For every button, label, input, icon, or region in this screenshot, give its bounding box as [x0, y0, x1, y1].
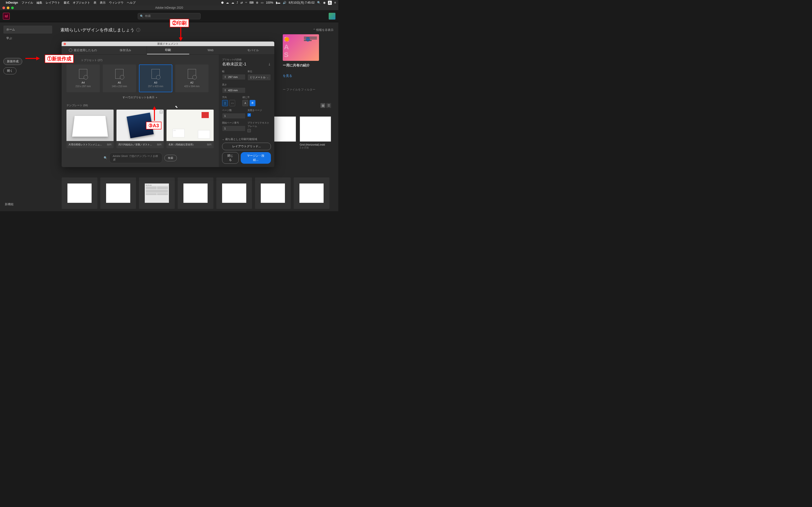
facing-pages-checkbox[interactable]: ✓: [248, 113, 251, 117]
unit-select[interactable]: ミリメートル⌄: [248, 74, 271, 80]
dialog-close-icon[interactable]: [63, 43, 66, 45]
new-document-button[interactable]: 新規作成: [3, 58, 22, 65]
minimize-window-icon[interactable]: [7, 6, 9, 9]
preset-a3[interactable]: A3 297 x 420 mm: [139, 64, 172, 92]
stock-search-input[interactable]: Adobe Stock で他のテンプレートを検索: [109, 153, 162, 163]
volume-icon[interactable]: 🔊: [283, 1, 286, 4]
tab-web[interactable]: Web: [189, 46, 232, 54]
promo-link[interactable]: を見る: [283, 74, 331, 78]
recent-thumb[interactable]: [216, 177, 252, 209]
app-name[interactable]: InDesign: [6, 1, 18, 4]
siri-icon[interactable]: ◉: [323, 1, 325, 4]
recent-thumb[interactable]: [62, 177, 97, 209]
page-icon: [79, 69, 87, 79]
switch-icon[interactable]: ⇄: [241, 1, 243, 4]
tab-saved[interactable]: 保存済み: [104, 46, 147, 54]
preset-a2[interactable]: A2 420 x 594 mm: [175, 64, 209, 92]
search-input[interactable]: 🔍 検索: [138, 13, 201, 19]
recent-file[interactable]: Grid (Horizontal).indd 2 か月前: [300, 116, 331, 150]
wifi-icon[interactable]: ⊚: [256, 1, 258, 4]
close-button[interactable]: 閉じる: [222, 152, 239, 164]
recent-thumb[interactable]: Big Render: [139, 177, 175, 209]
recent-thumb[interactable]: [255, 177, 291, 209]
battery-text: 100%: [266, 1, 273, 4]
display-icon[interactable]: ▭: [261, 1, 263, 4]
close-window-icon[interactable]: [2, 6, 5, 9]
template-item[interactable]: 大理石模様レストランメニュ...無料: [66, 110, 114, 148]
preset-a4[interactable]: A4 210 x 297 mm: [66, 64, 100, 92]
orientation-landscape[interactable]: ▭: [230, 100, 235, 106]
cloud-icon[interactable]: ☁: [231, 1, 234, 4]
pages-input[interactable]: 1: [222, 113, 246, 119]
home-sidebar: ホーム 学ぶ 新規作成 開く: [0, 22, 56, 211]
keyboard-icon[interactable]: ⌨: [249, 1, 254, 4]
maximize-window-icon[interactable]: [11, 6, 14, 9]
menu-layout[interactable]: レイアウト: [46, 1, 60, 5]
hide-info-toggle[interactable]: ⌃ 情報を非表示: [313, 28, 334, 32]
search-icon: 🔍: [140, 14, 144, 18]
menu-help[interactable]: ヘルプ: [127, 1, 136, 5]
bluetooth-icon[interactable]: ⌔: [245, 1, 247, 4]
menu-object[interactable]: オブジェクト: [73, 1, 90, 5]
battery-icon[interactable]: ▮▬: [276, 1, 280, 4]
orientation-portrait[interactable]: ▯: [222, 100, 228, 106]
recent-thumb[interactable]: [177, 177, 213, 209]
tab-recent[interactable]: 最近使用したもの: [62, 46, 104, 54]
user-avatar[interactable]: [329, 13, 336, 19]
binding-left[interactable]: A: [242, 100, 248, 106]
menu-view[interactable]: 表示: [100, 1, 106, 5]
menu-extras-icon[interactable]: ≡: [334, 1, 336, 4]
menu-file[interactable]: ファイル: [21, 1, 33, 5]
app-header: Id 🔍 検索: [0, 10, 338, 22]
promo-title: ー用に共有の紹介: [283, 63, 331, 68]
bleed-expand[interactable]: ⌄裁ち落としと印刷可能領域: [222, 137, 271, 141]
width-input[interactable]: ▲▼297 mm: [222, 74, 246, 80]
save-preset-icon[interactable]: ⤓: [268, 62, 271, 66]
upload-icon[interactable]: ⤴: [237, 1, 238, 4]
sidebar-home[interactable]: ホーム: [3, 25, 52, 34]
height-input[interactable]: ▲▼420 mm: [222, 88, 246, 93]
cc-icon[interactable]: ☁: [226, 1, 229, 4]
facing-pages-label: 見開きページ: [248, 109, 271, 112]
annotation-1: ①新規作成: [45, 55, 74, 63]
input-source-icon[interactable]: あ: [328, 1, 332, 5]
preset-name[interactable]: 名称未設定-1: [222, 61, 246, 67]
primary-text-checkbox[interactable]: [248, 129, 251, 132]
sidebar-learn[interactable]: 学ぶ: [3, 34, 52, 42]
start-page-input[interactable]: 1: [222, 125, 246, 131]
promo-card[interactable]: RAS: [283, 34, 319, 61]
open-button[interactable]: 開く: [3, 67, 16, 74]
menu-edit[interactable]: 編集: [37, 1, 42, 5]
preset-a5[interactable]: A5 148 x 210 mm: [103, 64, 136, 92]
recent-thumb[interactable]: [294, 177, 329, 209]
stock-search-button[interactable]: 検索: [164, 155, 177, 161]
spotlight-icon[interactable]: 🔍: [317, 1, 321, 4]
dialog-title: 新規ドキュメント: [157, 42, 179, 46]
layout-grid-button[interactable]: レイアウトグリッド...: [222, 143, 271, 150]
menu-table[interactable]: 表: [94, 1, 96, 5]
list-view-icon[interactable]: ☰: [326, 103, 331, 108]
new-features-link[interactable]: 新機能: [5, 202, 13, 207]
dropbox-icon[interactable]: ⬢: [221, 1, 223, 4]
tab-mobile[interactable]: モバイル: [232, 46, 274, 54]
show-all-presets[interactable]: すべてのプリセットを表示 ＋: [66, 96, 214, 99]
pages-label: ページ数: [222, 109, 246, 112]
indesign-logo-icon: Id: [3, 13, 10, 19]
window-title: Adobe InDesign 2020: [155, 6, 183, 9]
margin-columns-button[interactable]: マージン・段組...: [241, 152, 271, 164]
height-label: 高さ: [222, 83, 246, 87]
mouse-cursor-icon: ⬉: [175, 105, 178, 109]
menu-window[interactable]: ウィンドウ: [109, 1, 123, 5]
datetime[interactable]: 8月10日(月) 7:45:02: [289, 1, 315, 5]
template-item[interactable]: 名刺 名刺（用紙縦位置使用）無料: [166, 110, 214, 148]
recent-thumb[interactable]: [100, 177, 136, 209]
macos-menubar: InDesign ファイル 編集 レイアウト 書式 オブジェクト 表 表示 ウィ…: [0, 0, 338, 5]
page-title: 素晴らしいデザインを作成しましょう: [60, 27, 134, 33]
info-icon[interactable]: i: [136, 28, 140, 32]
page-icon: [152, 69, 160, 79]
recent-thumbnails: Big Render: [62, 177, 329, 209]
grid-view-icon[interactable]: ▦: [320, 103, 325, 108]
tab-print[interactable]: 印刷: [147, 46, 190, 54]
binding-right[interactable]: 本: [250, 100, 255, 106]
menu-type[interactable]: 書式: [63, 1, 69, 5]
